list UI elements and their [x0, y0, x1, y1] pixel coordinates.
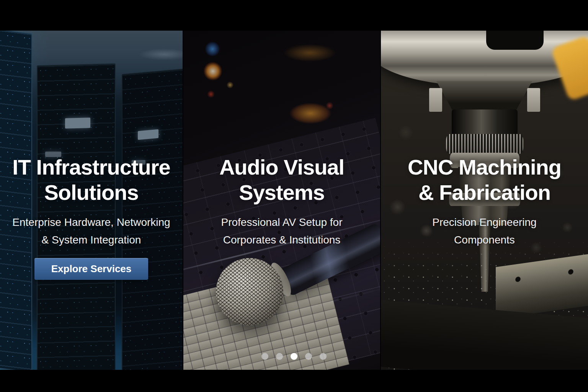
- hero-carousel: IT Infrastructure Solutions Enterprise H…: [0, 0, 588, 392]
- carousel-dot-1[interactable]: [261, 353, 268, 360]
- slide-subtitle: Professional AV Setup for Corporates & I…: [221, 214, 343, 249]
- slide-title: Audio Visual Systems: [219, 155, 344, 205]
- slide-audio-visual: Audio Visual Systems Professional AV Set…: [183, 31, 380, 370]
- carousel-dot-5[interactable]: [320, 353, 327, 360]
- slide-title: CNC Machining & Fabrication: [408, 155, 561, 205]
- explore-services-button[interactable]: Explore Services: [34, 258, 149, 280]
- carousel-track: IT Infrastructure Solutions Enterprise H…: [0, 31, 588, 370]
- carousel-dot-4[interactable]: [305, 353, 312, 360]
- slide-subtitle: Enterprise Hardware, Networking & System…: [12, 214, 170, 249]
- slide-subtitle: Precision Engineering Components: [432, 214, 536, 249]
- slide-title: IT Infrastructure Solutions: [12, 155, 170, 205]
- carousel-dot-2[interactable]: [276, 353, 283, 360]
- slide-cnc-machining: CNC Machining & Fabrication Precision En…: [381, 31, 588, 370]
- slide-it-infrastructure: IT Infrastructure Solutions Enterprise H…: [0, 31, 183, 370]
- carousel-dot-3[interactable]: [291, 353, 297, 360]
- carousel-pagination: [261, 353, 327, 360]
